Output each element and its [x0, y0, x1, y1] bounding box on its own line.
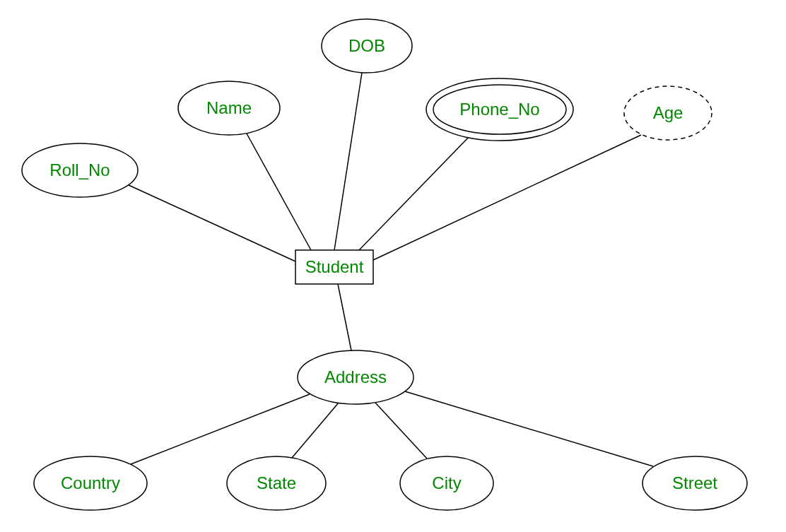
attribute-dob-label: DOB: [348, 36, 385, 56]
er-diagram-svg: [0, 0, 786, 532]
line-student-address: [338, 284, 351, 350]
line-address-state: [292, 403, 339, 458]
line-address-city: [375, 403, 427, 459]
line-address-country: [131, 394, 310, 464]
line-student-dob: [334, 73, 362, 250]
line-address-street: [405, 391, 653, 466]
attribute-country-label: Country: [61, 473, 120, 493]
line-student-age: [373, 135, 641, 260]
attribute-city-label: City: [432, 473, 461, 493]
attribute-street-label: Street: [672, 473, 717, 493]
attribute-state-label: State: [257, 473, 296, 493]
line-student-name: [247, 134, 311, 250]
attribute-name-label: Name: [206, 98, 252, 118]
attribute-phone-no-label: Phone_No: [459, 100, 539, 119]
attribute-roll-no-label: Roll_No: [49, 160, 110, 180]
attribute-address-label: Address: [324, 367, 387, 387]
line-student-phone-no: [359, 134, 471, 250]
attribute-age-label: Age: [653, 103, 684, 123]
entity-student-label: Student: [305, 257, 364, 277]
line-student-roll-no: [129, 185, 295, 261]
